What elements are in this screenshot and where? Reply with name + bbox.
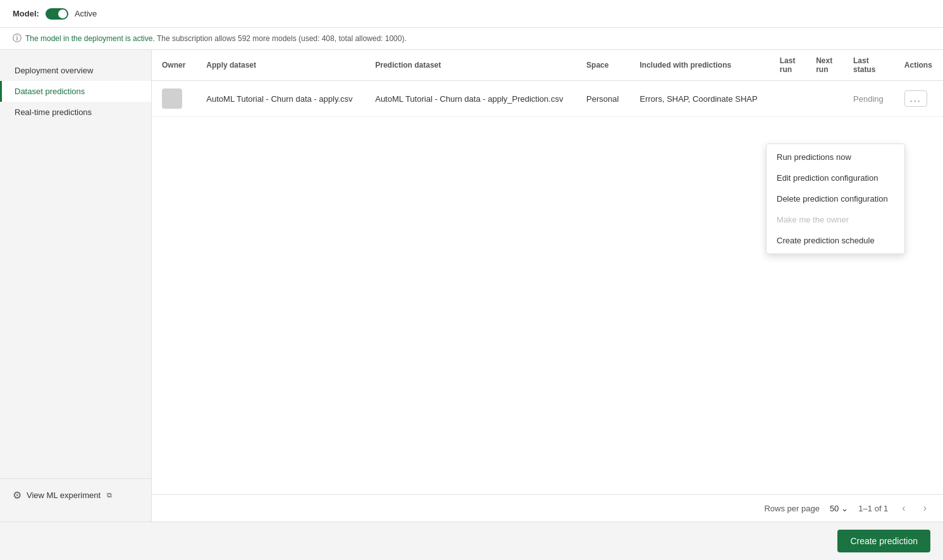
col-owner: Owner (152, 50, 196, 81)
col-next-run: Nextrun (806, 50, 843, 81)
sidebar-nav: Deployment overview Dataset predictions … (0, 60, 151, 123)
info-text: The model in the deployment is active. T… (25, 34, 407, 43)
sidebar-item-dataset-predictions[interactable]: Dataset predictions (0, 81, 151, 102)
cell-prediction-dataset: AutoML Tutorial - Churn data - apply_Pre… (365, 81, 576, 117)
rows-per-page-select[interactable]: 50 ⌄ (830, 504, 848, 513)
row-actions-button[interactable]: ... (904, 90, 927, 107)
sidebar-item-deployment-overview[interactable]: Deployment overview (0, 60, 151, 81)
dropdown-item-run-predictions[interactable]: Run predictions now (767, 147, 904, 167)
dropdown-item-delete-config[interactable]: Delete prediction configuration (767, 188, 904, 209)
col-included-predictions: Included with predictions (630, 50, 770, 81)
cell-included-predictions: Errors, SHAP, Coordinate SHAP (630, 81, 770, 117)
rows-per-page-value: 50 (830, 504, 839, 513)
info-highlight: The model in the deployment is active. (25, 34, 155, 43)
info-bar: ⓘ The model in the deployment is active.… (0, 28, 943, 50)
table-footer: Rows per page 50 ⌄ 1–1 of 1 ‹ › (152, 494, 943, 521)
col-last-run: Lastrun (770, 50, 806, 81)
view-ml-experiment-label: View ML experiment (27, 490, 101, 500)
avatar (162, 88, 182, 109)
content-area: Owner Apply dataset Prediction dataset S… (152, 50, 943, 521)
cell-last-run (770, 81, 806, 117)
dropdown-item-create-schedule[interactable]: Create prediction schedule (767, 230, 904, 251)
chevron-down-icon: ⌄ (841, 504, 848, 513)
cell-apply-dataset: AutoML Tutorial - Churn data - apply.csv (196, 81, 365, 117)
active-status-text: Active (75, 9, 97, 18)
table-header-row: Owner Apply dataset Prediction dataset S… (152, 50, 943, 81)
status-badge: Pending (853, 94, 884, 104)
cell-owner (152, 81, 196, 117)
cell-last-status: Pending (843, 81, 894, 117)
next-page-button[interactable]: › (920, 501, 930, 515)
sidebar-item-realtime-predictions[interactable]: Real-time predictions (0, 102, 151, 123)
bottom-action-bar: Create prediction (0, 521, 943, 560)
actions-dropdown-menu: Run predictions now Edit prediction conf… (766, 143, 905, 254)
dropdown-item-edit-config[interactable]: Edit prediction configuration (767, 167, 904, 188)
experiment-icon: ⚙ (13, 489, 22, 501)
model-label: Model: (13, 9, 39, 18)
cell-next-run (806, 81, 843, 117)
col-prediction-dataset: Prediction dataset (365, 50, 576, 81)
dropdown-item-make-owner: Make me the owner (767, 209, 904, 230)
cell-space: Personal (576, 81, 629, 117)
rows-per-page-label: Rows per page (764, 504, 819, 513)
col-actions: Actions (894, 50, 943, 81)
external-link-icon: ⧉ (107, 491, 112, 499)
top-bar: Model: Active (0, 0, 943, 28)
cell-actions: ... (894, 81, 943, 117)
create-prediction-button[interactable]: Create prediction (837, 530, 930, 552)
predictions-table: Owner Apply dataset Prediction dataset S… (152, 50, 943, 117)
info-icon: ⓘ (13, 33, 22, 44)
page-info: 1–1 of 1 (858, 504, 888, 513)
view-ml-experiment-link[interactable]: ⚙ View ML experiment ⧉ (0, 478, 151, 511)
main-layout: Deployment overview Dataset predictions … (0, 50, 943, 521)
predictions-table-container: Owner Apply dataset Prediction dataset S… (152, 50, 943, 494)
col-apply-dataset: Apply dataset (196, 50, 365, 81)
table-row: AutoML Tutorial - Churn data - apply.csv… (152, 81, 943, 117)
info-rest: The subscription allows 592 more models … (157, 34, 407, 43)
col-space: Space (576, 50, 629, 81)
sidebar: Deployment overview Dataset predictions … (0, 50, 152, 521)
prev-page-button[interactable]: ‹ (898, 501, 909, 515)
model-toggle[interactable] (46, 8, 68, 20)
col-last-status: Laststatus (843, 50, 894, 81)
